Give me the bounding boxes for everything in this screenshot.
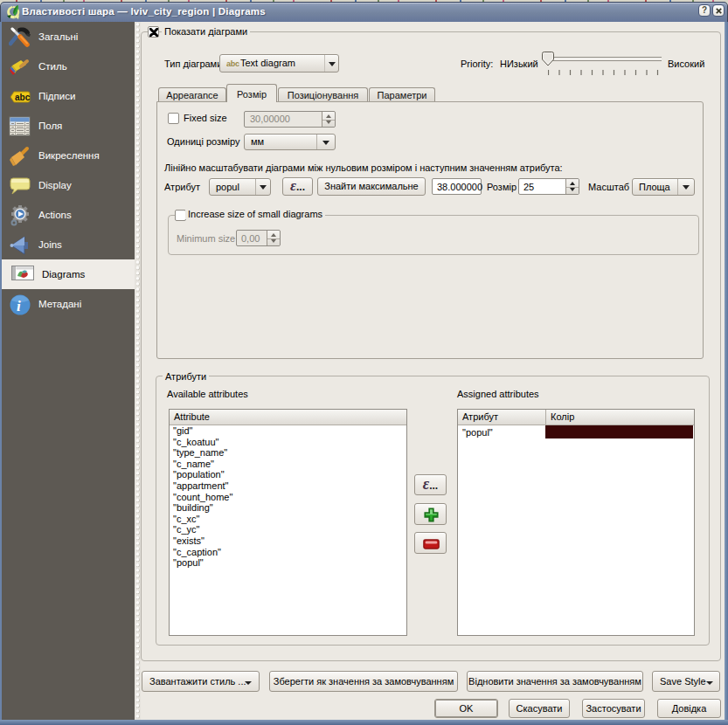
svg-text:abc: abc — [15, 93, 31, 102]
svg-text:i: i — [17, 298, 21, 314]
